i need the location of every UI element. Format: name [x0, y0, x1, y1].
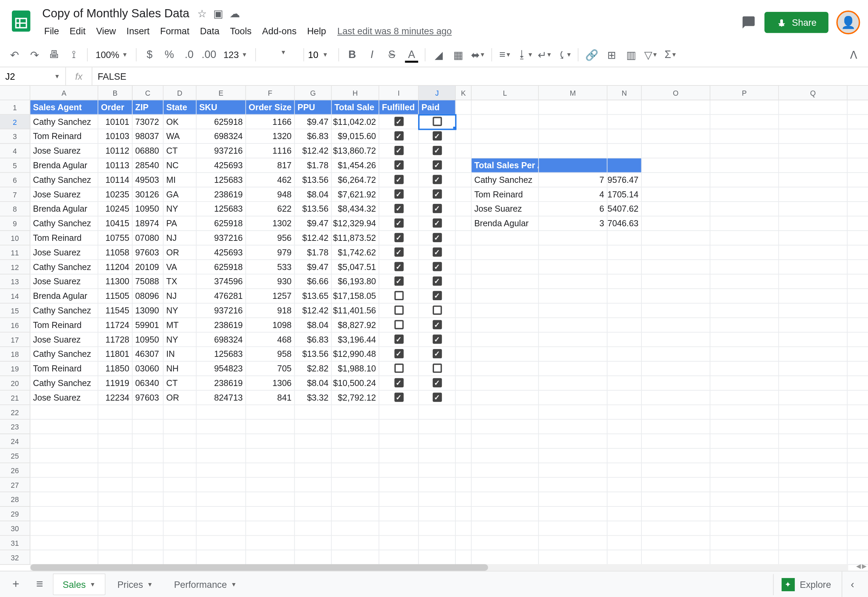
checkbox[interactable] — [394, 349, 403, 359]
checkbox[interactable] — [394, 146, 403, 155]
cell-I28[interactable] — [379, 492, 419, 506]
cell-H14[interactable]: $17,158.05 — [332, 289, 379, 303]
cell-F32[interactable] — [246, 550, 295, 564]
cell-O8[interactable] — [642, 202, 710, 216]
cell-A16[interactable]: Tom Reinard — [30, 318, 98, 333]
cell-A10[interactable]: Tom Reinard — [30, 231, 98, 245]
cell-F17[interactable]: 468 — [246, 333, 295, 347]
cell-B14[interactable]: 11505 — [98, 289, 133, 303]
cell-O6[interactable] — [642, 173, 710, 187]
cell-D18[interactable]: IN — [163, 347, 196, 361]
cell-H7[interactable]: $7,621.92 — [332, 187, 379, 202]
cell-A14[interactable]: Brenda Agular — [30, 289, 98, 303]
cell-L32[interactable] — [472, 550, 539, 564]
cell-D26[interactable] — [163, 463, 196, 478]
cell-D29[interactable] — [163, 507, 196, 521]
cell-B28[interactable] — [98, 492, 133, 506]
cell-B4[interactable]: 10112 — [98, 144, 133, 158]
cell-F23[interactable] — [246, 420, 295, 434]
cell-E26[interactable] — [197, 463, 246, 478]
cell-Q3[interactable] — [779, 129, 847, 144]
col-header-L[interactable]: L — [472, 86, 539, 100]
cell-F21[interactable]: 841 — [246, 391, 295, 405]
cell-M30[interactable] — [539, 521, 607, 536]
cell-G2[interactable]: $9.47 — [295, 115, 332, 129]
cell-M18[interactable] — [539, 347, 607, 361]
undo-button[interactable]: ↶ — [6, 46, 24, 64]
cell-J29[interactable] — [419, 507, 456, 521]
cell-D31[interactable] — [163, 536, 196, 550]
cell-G30[interactable] — [295, 521, 332, 536]
cell-D30[interactable] — [163, 521, 196, 536]
checkbox[interactable] — [394, 218, 403, 227]
cell-E21[interactable]: 824713 — [197, 391, 246, 405]
cell-J5[interactable] — [419, 158, 456, 173]
cell-C20[interactable]: 06340 — [133, 376, 163, 391]
cell-G6[interactable]: $13.56 — [295, 173, 332, 187]
cell-Q4[interactable] — [779, 144, 847, 158]
cell-K9[interactable] — [456, 217, 472, 231]
cell-J2[interactable] — [419, 115, 456, 129]
cell-L26[interactable] — [472, 463, 539, 478]
cell-F20[interactable]: 1306 — [246, 376, 295, 391]
cell-M11[interactable] — [539, 246, 607, 260]
cell-N17[interactable] — [607, 333, 642, 347]
cell-A28[interactable] — [30, 492, 98, 506]
cell-J30[interactable] — [419, 521, 456, 536]
checkbox[interactable] — [394, 190, 403, 199]
cell-L25[interactable] — [472, 449, 539, 463]
cell-N1[interactable] — [607, 100, 642, 115]
cell-B12[interactable]: 11204 — [98, 260, 133, 274]
cell-I27[interactable] — [379, 478, 419, 492]
cell-C21[interactable]: 97603 — [133, 391, 163, 405]
cell-M29[interactable] — [539, 507, 607, 521]
checkbox[interactable] — [394, 306, 403, 315]
cell-E19[interactable]: 954823 — [197, 362, 246, 376]
cell-P10[interactable] — [710, 231, 779, 245]
cell-G20[interactable]: $8.04 — [295, 376, 332, 391]
cell-G26[interactable] — [295, 463, 332, 478]
collapse-toolbar-button[interactable]: ᐱ — [844, 46, 862, 64]
cell-C29[interactable] — [133, 507, 163, 521]
cell-B18[interactable]: 11801 — [98, 347, 133, 361]
cell-C17[interactable]: 10950 — [133, 333, 163, 347]
cell-G10[interactable]: $12.42 — [295, 231, 332, 245]
cell-O21[interactable] — [642, 391, 710, 405]
cell-D7[interactable]: GA — [163, 187, 196, 202]
cell-H17[interactable]: $3,196.44 — [332, 333, 379, 347]
cell-C32[interactable] — [133, 550, 163, 564]
cell-K11[interactable] — [456, 246, 472, 260]
cell-G9[interactable]: $9.47 — [295, 217, 332, 231]
cell-F29[interactable] — [246, 507, 295, 521]
menu-file[interactable]: File — [40, 23, 64, 39]
cell-M8[interactable]: 6 — [539, 202, 607, 216]
cell-A3[interactable]: Tom Reinard — [30, 129, 98, 144]
cell-A1[interactable]: Sales Agent — [30, 100, 98, 115]
checkbox[interactable] — [432, 204, 441, 213]
cell-H1[interactable]: Total Sale — [332, 100, 379, 115]
cell-Q32[interactable] — [779, 550, 847, 564]
sheet-tab-sales[interactable]: Sales ▼ — [53, 573, 106, 595]
checkbox[interactable] — [394, 291, 403, 300]
text-color-button[interactable]: A — [403, 46, 421, 64]
cell-L20[interactable] — [472, 376, 539, 391]
cell-E30[interactable] — [197, 521, 246, 536]
cell-P28[interactable] — [710, 492, 779, 506]
menu-view[interactable]: View — [92, 23, 121, 39]
cell-E29[interactable] — [197, 507, 246, 521]
row-header-32[interactable]: 32 — [0, 550, 30, 565]
row-header-26[interactable]: 26 — [0, 463, 30, 478]
cell-K28[interactable] — [456, 492, 472, 506]
cell-J13[interactable] — [419, 275, 456, 289]
cell-H29[interactable] — [332, 507, 379, 521]
cell-K30[interactable] — [456, 521, 472, 536]
cell-H24[interactable] — [332, 434, 379, 448]
checkbox[interactable] — [432, 262, 441, 271]
cell-P15[interactable] — [710, 304, 779, 318]
menu-help[interactable]: Help — [302, 23, 330, 39]
row-header-22[interactable]: 22 — [0, 405, 30, 420]
wrap-button[interactable]: ↵ ▼ — [536, 46, 554, 64]
row-header-21[interactable]: 21 — [0, 391, 30, 405]
cell-L27[interactable] — [472, 478, 539, 492]
row-header-13[interactable]: 13 — [0, 275, 30, 289]
